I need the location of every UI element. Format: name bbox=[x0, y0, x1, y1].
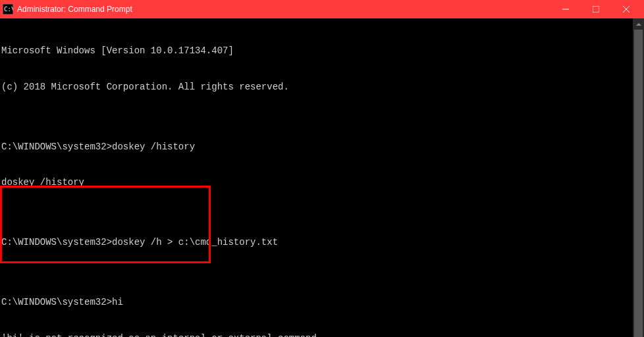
scrollbar-up-arrow-icon[interactable] bbox=[633, 18, 644, 30]
highlight-annotation bbox=[0, 186, 211, 263]
svg-rect-3 bbox=[593, 6, 599, 13]
cmd-icon: C:\ bbox=[3, 4, 13, 14]
svg-text:C:\: C:\ bbox=[4, 6, 13, 13]
vertical-scrollbar[interactable] bbox=[633, 18, 644, 337]
command-prompt-window: C:\ Administrator: Command Prompt Micros… bbox=[0, 0, 644, 337]
maximize-button[interactable] bbox=[581, 0, 611, 18]
window-title: Administrator: Command Prompt bbox=[17, 5, 550, 14]
terminal-line: (c) 2018 Microsoft Corporation. All righ… bbox=[1, 81, 633, 93]
terminal-line: Microsoft Windows [Version 10.0.17134.40… bbox=[1, 45, 633, 57]
close-button[interactable] bbox=[611, 0, 641, 18]
terminal-line: C:\WINDOWS\system32>doskey /history bbox=[1, 141, 633, 153]
terminal-wrapper: Microsoft Windows [Version 10.0.17134.40… bbox=[0, 18, 644, 337]
terminal-line: C:\WINDOWS\system32>doskey /h > c:\cmd_h… bbox=[1, 236, 633, 248]
terminal-line: C:\WINDOWS\system32>hi bbox=[1, 296, 633, 308]
terminal-line: doskey /history bbox=[1, 176, 633, 188]
svg-marker-6 bbox=[636, 23, 641, 26]
titlebar[interactable]: C:\ Administrator: Command Prompt bbox=[0, 0, 644, 18]
scrollbar-thumb[interactable] bbox=[634, 30, 643, 337]
scrollbar-track[interactable] bbox=[633, 30, 644, 337]
terminal-line: 'hi' is not recognized as an internal or… bbox=[1, 332, 633, 337]
terminal-output[interactable]: Microsoft Windows [Version 10.0.17134.40… bbox=[0, 18, 633, 337]
window-controls bbox=[550, 0, 641, 18]
minimize-button[interactable] bbox=[550, 0, 581, 18]
